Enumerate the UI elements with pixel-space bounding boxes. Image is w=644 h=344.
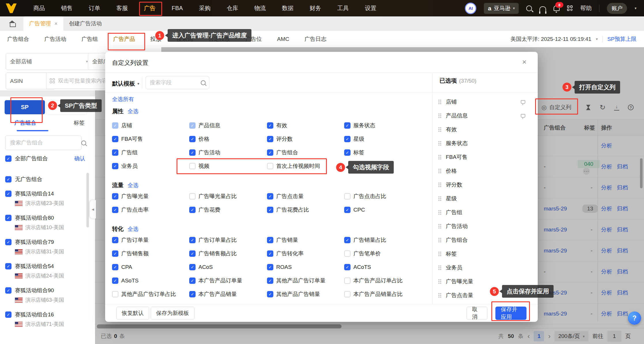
- column-option[interactable]: ✓ ROAS: [267, 260, 344, 274]
- column-option[interactable]: ✓ 业务员: [112, 159, 189, 173]
- horizontal-scrollbar[interactable]: [97, 324, 342, 328]
- analyze-link[interactable]: 分析: [601, 205, 612, 212]
- portfolio-cell[interactable]: mars5-29: [544, 227, 567, 233]
- sp-budget-link[interactable]: SP预算上限: [607, 35, 637, 43]
- column-option[interactable]: ✓ 广告组合: [267, 146, 344, 159]
- topnav-item[interactable]: 仓库: [227, 4, 238, 12]
- topnav-item[interactable]: 商品: [33, 4, 45, 12]
- topnav-item[interactable]: 采购: [199, 4, 211, 12]
- column-option[interactable]: ✓ 有效: [267, 119, 344, 132]
- prev-page-icon[interactable]: ‹: [527, 333, 530, 340]
- column-option[interactable]: ✓ ACoS: [189, 260, 267, 274]
- custom-columns-button[interactable]: ◎ 自定义列: [541, 104, 571, 111]
- checkbox[interactable]: ✓: [112, 250, 118, 257]
- drag-handle-icon[interactable]: [438, 238, 441, 242]
- checkbox[interactable]: ✓: [189, 207, 196, 213]
- subnav-item[interactable]: 广告活动: [44, 35, 66, 43]
- selected-column-item[interactable]: 广告活动: [438, 219, 533, 233]
- archive-link[interactable]: 归档: [617, 184, 628, 191]
- checkbox[interactable]: ✓: [5, 191, 12, 197]
- column-option[interactable]: ✓ 本广告产品订单占比: [344, 274, 429, 287]
- column-option[interactable]: ✓ 广告笔单价: [344, 247, 429, 260]
- notifications[interactable]: 8: [554, 5, 560, 11]
- selected-column-item[interactable]: 评分数: [438, 178, 533, 192]
- checkbox[interactable]: ✓: [267, 250, 273, 257]
- checkbox[interactable]: ✓: [267, 237, 273, 243]
- checkbox[interactable]: ✓: [267, 193, 273, 199]
- download-icon[interactable]: ↓: [614, 104, 619, 111]
- column-option[interactable]: ✓ 产品信息: [189, 119, 267, 132]
- archive-link[interactable]: 归档: [617, 310, 628, 318]
- archive-link[interactable]: 归档: [617, 289, 628, 297]
- topnav-item[interactable]: 订单: [89, 4, 100, 12]
- column-option[interactable]: ✓ 本广告产品销量: [189, 287, 267, 301]
- drag-handle-icon[interactable]: [438, 183, 441, 187]
- sidebar-scrollbar[interactable]: [86, 173, 89, 227]
- selected-column-item[interactable]: 价格: [438, 164, 533, 178]
- drag-handle-icon[interactable]: [438, 293, 441, 298]
- checkbox[interactable]: ✓: [189, 264, 196, 270]
- help-circle-icon[interactable]: ?: [628, 104, 634, 110]
- portfolio-cell[interactable]: -: [544, 164, 545, 170]
- checkbox[interactable]: ✓: [189, 122, 196, 129]
- analyze-link[interactable]: 分析: [601, 247, 612, 254]
- template-select[interactable]: 默认模板 ▾: [112, 80, 139, 88]
- selected-column-item[interactable]: 广告组: [438, 206, 533, 219]
- portfolio-search-input[interactable]: [10, 139, 81, 146]
- drag-handle-icon[interactable]: [438, 279, 441, 284]
- checkbox[interactable]: ✓: [344, 278, 351, 284]
- current-page[interactable]: 1: [534, 331, 544, 341]
- goto-page-input[interactable]: [607, 331, 621, 342]
- column-option[interactable]: ✓ 广告花费占比: [267, 203, 344, 216]
- checkbox[interactable]: ✓: [344, 136, 351, 142]
- archive-link[interactable]: 归档: [617, 163, 628, 170]
- portfolio-search-field[interactable]: [5, 136, 82, 150]
- drag-handle-icon[interactable]: [438, 224, 441, 229]
- checkbox[interactable]: ✓: [189, 193, 196, 199]
- column-option[interactable]: ✓ 价格: [189, 132, 267, 146]
- subnav-item[interactable]: 广告日志: [304, 35, 326, 43]
- checkbox[interactable]: ✓: [5, 155, 12, 162]
- select-all-all-link[interactable]: 全选所有: [112, 96, 134, 103]
- col-tag[interactable]: 标签: [584, 124, 595, 132]
- archive-link[interactable]: 归档: [617, 268, 628, 275]
- checkbox[interactable]: ✓: [5, 176, 12, 183]
- portfolio-cell[interactable]: mars5-29: [544, 248, 567, 254]
- selected-column-item[interactable]: 标签: [438, 247, 533, 261]
- close-tab-icon[interactable]: ×: [54, 21, 58, 27]
- column-option[interactable]: ✓ FBA可售: [112, 132, 189, 146]
- selected-column-item[interactable]: 有效: [438, 123, 533, 136]
- portfolio-list-item[interactable]: ✓ 赛狐活动组合90 演示店铺63-美国: [0, 284, 95, 308]
- select-all-portfolios-row[interactable]: ✓ 全部广告组合 确认: [5, 155, 90, 162]
- column-option[interactable]: ✓ 广告销售额: [112, 247, 189, 260]
- drag-handle-icon[interactable]: [438, 196, 441, 201]
- archive-link[interactable]: 归档: [617, 205, 628, 212]
- subnav-item[interactable]: AMC: [277, 36, 289, 42]
- column-option[interactable]: ✓ 星级: [344, 132, 429, 146]
- checkbox[interactable]: ✓: [112, 122, 118, 129]
- drag-handle-icon[interactable]: [438, 141, 441, 146]
- checkbox[interactable]: ✓: [267, 207, 273, 213]
- topnav-item[interactable]: 客服: [116, 4, 128, 12]
- checkbox[interactable]: ✓: [267, 291, 273, 297]
- checkbox[interactable]: ✓: [112, 207, 118, 213]
- more-tags-icon[interactable]: ⋯: [583, 168, 590, 175]
- checkbox[interactable]: ✓: [189, 250, 196, 257]
- column-option[interactable]: ✓ 广告点击率: [112, 203, 189, 216]
- field-search-field[interactable]: [145, 76, 209, 89]
- selected-column-item[interactable]: 店铺: [438, 95, 533, 109]
- col-portfolio[interactable]: 广告组合: [544, 124, 566, 132]
- save-as-template-button[interactable]: 保存为新模板: [151, 307, 194, 320]
- checkbox[interactable]: ✓: [112, 237, 118, 243]
- analyze-link[interactable]: 分析: [601, 289, 612, 297]
- topnav-item[interactable]: 数据: [282, 4, 293, 12]
- column-option[interactable]: ✓ 评分数: [267, 132, 344, 146]
- shop-select[interactable]: 全部店铺 ▾: [6, 53, 92, 70]
- subnav-item[interactable]: 广告产品: [113, 35, 135, 43]
- portfolio-list-item[interactable]: ✓ 赛狐活动组合14 演示店铺23-美国: [0, 187, 95, 211]
- timer-icon[interactable]: [586, 105, 590, 110]
- column-option[interactable]: ✓ 标签: [344, 146, 429, 159]
- selected-column-item[interactable]: FBA可售: [438, 150, 533, 164]
- checkbox[interactable]: ✓: [344, 207, 351, 213]
- column-option[interactable]: ✓ 本广告产品订单量: [189, 274, 267, 287]
